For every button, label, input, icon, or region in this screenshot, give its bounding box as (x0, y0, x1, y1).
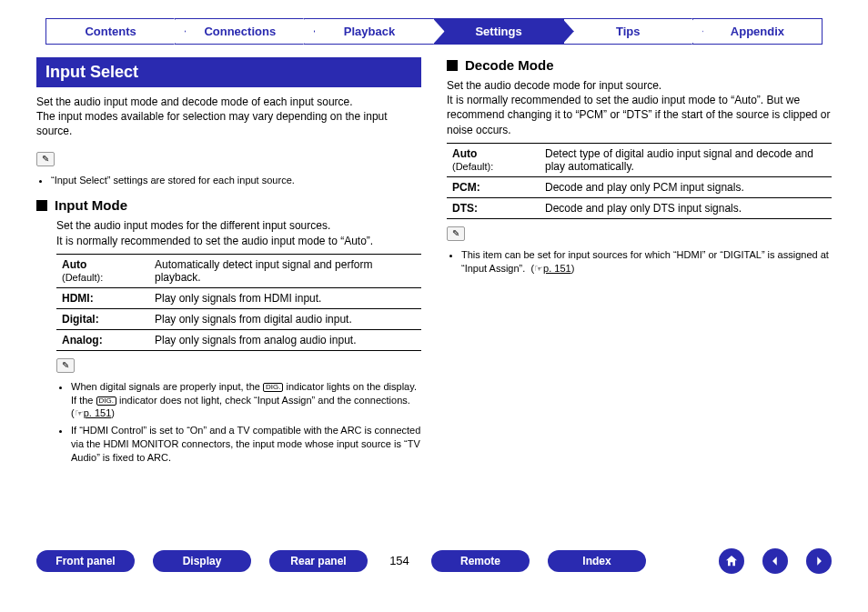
table-row: Auto (Default): Detect type of digital a… (447, 143, 832, 176)
index-button[interactable]: Index (548, 550, 646, 572)
option-default: (Default): (62, 272, 103, 283)
note-box-2: ✎ When digital signals are properly inpu… (56, 358, 421, 465)
prev-page-icon[interactable] (762, 548, 788, 574)
sub-intro: Set the audio input modes for the differ… (56, 218, 421, 247)
dig-indicator-icon: DIG. (263, 383, 283, 392)
note-item: If “HDMI Control” is set to “On” and a T… (71, 424, 421, 465)
note-box-1: ✎ “Input Select” settings are stored for… (36, 152, 421, 187)
table-row: Analog: Play only signals from analog au… (56, 329, 421, 350)
option-key: Digital: (56, 308, 149, 329)
table-row: HDMI: Play only signals from HDMI input. (56, 287, 421, 308)
sub-intro: Set the audio decode mode for input sour… (447, 78, 832, 137)
table-row: PCM: Decode and play only PCM input sign… (447, 176, 832, 197)
option-key: Auto (62, 258, 86, 271)
note-box-3: ✎ This item can be set for input sources… (447, 226, 832, 276)
note-item: This item can be set for input sources f… (461, 248, 832, 276)
option-val: Play only signals from analog audio inpu… (149, 329, 421, 350)
option-key: DTS: (447, 197, 540, 218)
home-icon[interactable] (719, 548, 744, 574)
left-column: Input Select Set the audio input mode an… (36, 57, 421, 476)
rear-panel-button[interactable]: Rear panel (269, 550, 368, 572)
front-panel-button[interactable]: Front panel (36, 550, 135, 572)
option-val: Play only signals from HDMI input. (149, 287, 421, 308)
table-row: Auto (Default): Automatically detect inp… (56, 254, 421, 287)
page-link[interactable]: p. 151 (543, 263, 571, 274)
dig-indicator-icon: DIG. (96, 396, 116, 406)
option-val: Detect type of digital audio input signa… (540, 143, 832, 176)
table-row: DTS: Decode and play only DTS input sign… (447, 197, 832, 218)
option-val: Automatically detect input signal and pe… (149, 254, 421, 287)
decode-mode-table: Auto (Default): Detect type of digital a… (447, 143, 832, 219)
option-val: Play only signals from digital audio inp… (149, 308, 421, 329)
option-default: (Default): (452, 161, 493, 172)
option-val: Decode and play only DTS input signals. (540, 197, 832, 218)
tab-playback[interactable]: Playback (304, 18, 434, 45)
option-key: HDMI: (56, 287, 149, 308)
tab-appendix[interactable]: Appendix (692, 18, 823, 45)
top-tabs: Contents Connections Playback Settings T… (36, 18, 832, 45)
pencil-icon: ✎ (56, 358, 75, 373)
square-bullet-icon (447, 60, 458, 71)
option-key: Analog: (56, 329, 149, 350)
footer-nav: Front panel Display Rear panel 154 Remot… (36, 548, 832, 574)
subhead-decode-mode: Decode Mode (447, 57, 832, 73)
tab-settings[interactable]: Settings (434, 18, 564, 45)
subhead-label: Input Mode (55, 197, 127, 213)
right-column: Decode Mode Set the audio decode mode fo… (447, 57, 832, 476)
remote-button[interactable]: Remote (431, 550, 530, 572)
pencil-icon: ✎ (447, 226, 465, 241)
next-page-icon[interactable] (806, 548, 832, 574)
option-key: PCM: (447, 176, 540, 197)
option-val: Decode and play only PCM input signals. (540, 176, 832, 197)
tab-tips[interactable]: Tips (563, 18, 693, 45)
page-number: 154 (386, 554, 413, 567)
subhead-label: Decode Mode (465, 57, 554, 73)
section-intro: Set the audio input mode and decode mode… (36, 95, 421, 139)
note-item: When digital signals are properly input,… (71, 380, 421, 421)
page-link[interactable]: p. 151 (84, 407, 112, 418)
pencil-icon: ✎ (36, 152, 55, 166)
tab-contents[interactable]: Contents (45, 18, 176, 45)
subhead-input-mode: Input Mode (36, 197, 421, 213)
table-row: Digital: Play only signals from digital … (56, 308, 421, 329)
tab-connections[interactable]: Connections (175, 18, 305, 45)
section-title-input-select: Input Select (36, 57, 421, 87)
input-mode-table: Auto (Default): Automatically detect inp… (56, 254, 421, 351)
display-button[interactable]: Display (153, 550, 251, 572)
option-key: Auto (452, 147, 477, 160)
square-bullet-icon (36, 200, 47, 211)
note-item: “Input Select” settings are stored for e… (51, 174, 421, 187)
